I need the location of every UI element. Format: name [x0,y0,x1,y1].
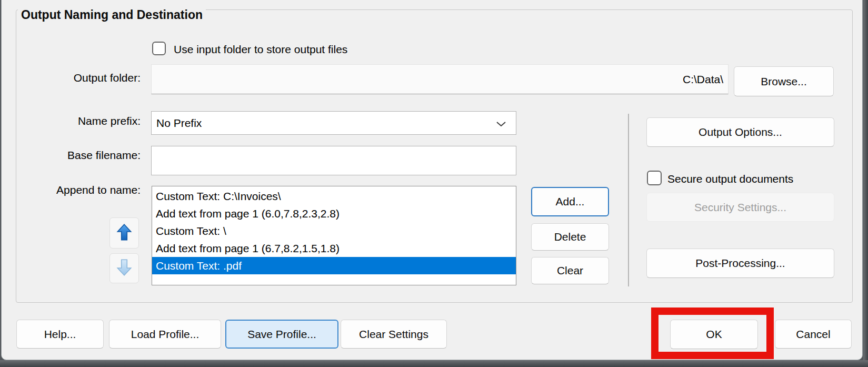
post-processing-button[interactable]: Post-Processing... [646,249,834,278]
append-to-name-list[interactable]: Custom Text: C:\Invoices\ Add text from … [152,186,516,285]
add-button[interactable]: Add... [531,187,609,216]
append-list-item[interactable]: Custom Text: \ [152,222,516,240]
output-folder-value: C:\Data\ [683,73,723,86]
arrow-down-icon [116,258,133,279]
use-input-folder-label: Use input folder to store output files [174,42,347,56]
append-to-name-label: Append to name: [21,183,141,197]
name-prefix-value: No Prefix [156,117,202,130]
save-profile-button[interactable]: Save Profile... [225,320,338,349]
name-prefix-select[interactable]: No Prefix [151,111,516,135]
clear-button[interactable]: Clear [531,257,609,284]
browse-button[interactable]: Browse... [734,66,834,96]
group-title: Output Naming and Destination [18,7,206,23]
output-folder-label: Output folder: [21,71,141,85]
window-bottom-edge [0,360,868,367]
output-folder-field[interactable]: C:\Data\ [151,64,729,94]
arrow-up-icon [116,223,133,244]
base-filename-label: Base filename: [21,148,141,162]
append-list-item[interactable]: Custom Text: .pdf [152,257,516,274]
chevron-down-icon [496,117,506,130]
screenshot-stage: Output Naming and Destination Use input … [0,0,868,367]
cancel-button[interactable]: Cancel [775,320,852,349]
load-profile-button[interactable]: Load Profile... [109,320,221,349]
move-down-button[interactable] [109,253,139,283]
security-settings-button: Security Settings... [646,193,834,222]
name-prefix-label: Name prefix: [21,114,141,128]
delete-button[interactable]: Delete [531,223,609,251]
clear-settings-button[interactable]: Clear Settings [341,320,447,349]
move-up-button[interactable] [109,217,139,249]
append-list-item[interactable]: Custom Text: C:\Invoices\ [152,187,516,205]
base-filename-input[interactable] [151,146,516,175]
secure-output-checkbox[interactable] [647,171,662,185]
vertical-divider [628,114,629,286]
output-options-button[interactable]: Output Options... [646,117,834,147]
window-right-edge [863,0,868,367]
ok-button[interactable]: OK [670,320,758,349]
append-list-item[interactable]: Add text from page 1 (6.0,7.8,2.3,2.8) [152,205,516,222]
secure-output-label: Secure output documents [667,172,793,186]
use-input-folder-checkbox[interactable] [152,42,166,55]
append-list-item[interactable]: Add text from page 1 (6.7,8.2,1.5,1.8) [152,240,516,257]
help-button[interactable]: Help... [16,320,104,349]
